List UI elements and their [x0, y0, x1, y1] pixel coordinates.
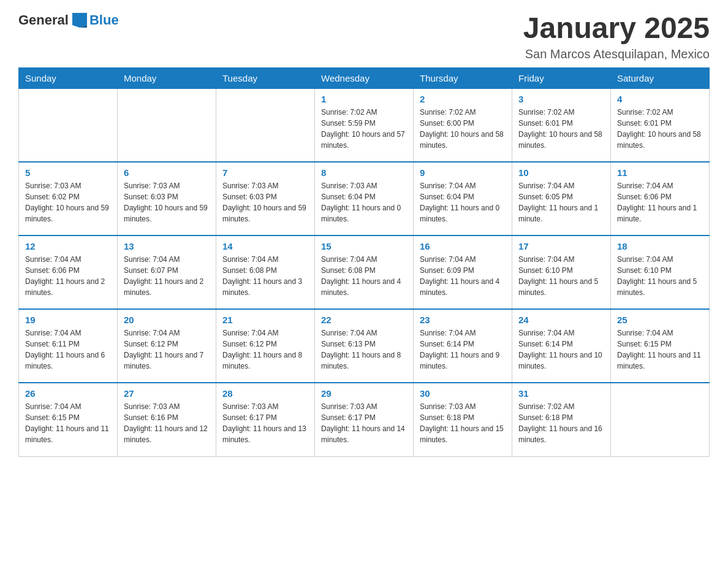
day-cell: 23Sunrise: 7:04 AMSunset: 6:14 PMDayligh… — [414, 309, 512, 383]
day-number: 12 — [25, 241, 111, 251]
day-cell: 16Sunrise: 7:04 AMSunset: 6:09 PMDayligh… — [414, 236, 512, 309]
title-section: January 2025 San Marcos Atesquilapan, Me… — [523, 12, 710, 61]
header-monday: Monday — [118, 67, 216, 88]
day-number: 3 — [518, 94, 604, 104]
day-info: Sunrise: 7:04 AMSunset: 6:11 PMDaylight:… — [25, 327, 111, 372]
day-number: 27 — [124, 388, 210, 399]
day-number: 30 — [420, 388, 506, 399]
day-cell: 19Sunrise: 7:04 AMSunset: 6:11 PMDayligh… — [19, 309, 118, 383]
day-cell — [216, 88, 315, 162]
logo: General Blue — [18, 12, 119, 28]
day-number: 6 — [124, 167, 210, 178]
day-info: Sunrise: 7:04 AMSunset: 6:15 PMDaylight:… — [25, 401, 111, 445]
day-number: 2 — [420, 94, 506, 104]
day-info: Sunrise: 7:04 AMSunset: 6:08 PMDaylight:… — [321, 254, 407, 298]
logo-general: General — [18, 12, 69, 28]
day-info: Sunrise: 7:04 AMSunset: 6:04 PMDaylight:… — [420, 180, 506, 224]
day-cell: 10Sunrise: 7:04 AMSunset: 6:05 PMDayligh… — [512, 162, 611, 236]
day-number: 15 — [321, 241, 407, 251]
day-info: Sunrise: 7:04 AMSunset: 6:15 PMDaylight:… — [617, 327, 703, 372]
day-info: Sunrise: 7:04 AMSunset: 6:10 PMDaylight:… — [617, 254, 703, 298]
day-info: Sunrise: 7:02 AMSunset: 6:01 PMDaylight:… — [518, 107, 604, 151]
day-cell: 4Sunrise: 7:02 AMSunset: 6:01 PMDaylight… — [611, 88, 710, 162]
day-info: Sunrise: 7:04 AMSunset: 6:09 PMDaylight:… — [420, 254, 506, 298]
day-cell: 13Sunrise: 7:04 AMSunset: 6:07 PMDayligh… — [118, 236, 216, 309]
day-cell: 6Sunrise: 7:03 AMSunset: 6:03 PMDaylight… — [118, 162, 216, 236]
day-number: 25 — [617, 315, 703, 325]
day-cell: 30Sunrise: 7:03 AMSunset: 6:18 PMDayligh… — [414, 383, 512, 456]
day-cell: 31Sunrise: 7:02 AMSunset: 6:18 PMDayligh… — [512, 383, 611, 456]
day-info: Sunrise: 7:04 AMSunset: 6:12 PMDaylight:… — [124, 327, 210, 372]
header-tuesday: Tuesday — [216, 67, 315, 88]
day-cell: 22Sunrise: 7:04 AMSunset: 6:13 PMDayligh… — [315, 309, 414, 383]
day-info: Sunrise: 7:04 AMSunset: 6:10 PMDaylight:… — [518, 254, 604, 298]
day-info: Sunrise: 7:04 AMSunset: 6:05 PMDaylight:… — [518, 180, 604, 224]
day-number: 19 — [25, 315, 111, 325]
day-cell: 24Sunrise: 7:04 AMSunset: 6:14 PMDayligh… — [512, 309, 611, 383]
day-cell — [19, 88, 118, 162]
day-info: Sunrise: 7:04 AMSunset: 6:06 PMDaylight:… — [617, 180, 703, 224]
header-sunday: Sunday — [19, 67, 118, 88]
day-number: 26 — [25, 388, 111, 399]
day-info: Sunrise: 7:03 AMSunset: 6:03 PMDaylight:… — [222, 180, 308, 224]
day-info: Sunrise: 7:02 AMSunset: 5:59 PMDaylight:… — [321, 107, 407, 151]
header-wednesday: Wednesday — [315, 67, 414, 88]
day-info: Sunrise: 7:04 AMSunset: 6:08 PMDaylight:… — [222, 254, 308, 298]
header-saturday: Saturday — [611, 67, 710, 88]
day-info: Sunrise: 7:03 AMSunset: 6:02 PMDaylight:… — [25, 180, 111, 224]
day-cell: 17Sunrise: 7:04 AMSunset: 6:10 PMDayligh… — [512, 236, 611, 309]
day-number: 28 — [222, 388, 308, 399]
day-info: Sunrise: 7:04 AMSunset: 6:06 PMDaylight:… — [25, 254, 111, 298]
page-header: General Blue January 2025 San Marcos Ate… — [18, 12, 710, 61]
day-info: Sunrise: 7:04 AMSunset: 6:07 PMDaylight:… — [124, 254, 210, 298]
day-number: 7 — [222, 167, 308, 178]
week-row-3: 12Sunrise: 7:04 AMSunset: 6:06 PMDayligh… — [19, 236, 710, 309]
day-cell: 8Sunrise: 7:03 AMSunset: 6:04 PMDaylight… — [315, 162, 414, 236]
day-number: 18 — [617, 241, 703, 251]
day-number: 20 — [124, 315, 210, 325]
calendar-table: SundayMondayTuesdayWednesdayThursdayFrid… — [18, 67, 710, 457]
month-title: January 2025 — [523, 12, 710, 45]
day-cell: 3Sunrise: 7:02 AMSunset: 6:01 PMDaylight… — [512, 88, 611, 162]
day-cell: 28Sunrise: 7:03 AMSunset: 6:17 PMDayligh… — [216, 383, 315, 456]
week-row-1: 1Sunrise: 7:02 AMSunset: 5:59 PMDaylight… — [19, 88, 710, 162]
day-info: Sunrise: 7:03 AMSunset: 6:17 PMDaylight:… — [321, 401, 407, 445]
day-info: Sunrise: 7:03 AMSunset: 6:18 PMDaylight:… — [420, 401, 506, 445]
day-number: 14 — [222, 241, 308, 251]
day-info: Sunrise: 7:03 AMSunset: 6:03 PMDaylight:… — [124, 180, 210, 224]
location-title: San Marcos Atesquilapan, Mexico — [523, 47, 710, 61]
day-number: 31 — [518, 388, 604, 399]
day-cell: 15Sunrise: 7:04 AMSunset: 6:08 PMDayligh… — [315, 236, 414, 309]
day-number: 23 — [420, 315, 506, 325]
week-row-5: 26Sunrise: 7:04 AMSunset: 6:15 PMDayligh… — [19, 383, 710, 456]
day-info: Sunrise: 7:02 AMSunset: 6:18 PMDaylight:… — [518, 401, 604, 445]
day-number: 13 — [124, 241, 210, 251]
week-row-2: 5Sunrise: 7:03 AMSunset: 6:02 PMDaylight… — [19, 162, 710, 236]
day-cell: 20Sunrise: 7:04 AMSunset: 6:12 PMDayligh… — [118, 309, 216, 383]
day-number: 4 — [617, 94, 703, 104]
day-info: Sunrise: 7:03 AMSunset: 6:16 PMDaylight:… — [124, 401, 210, 445]
day-number: 10 — [518, 167, 604, 178]
day-info: Sunrise: 7:04 AMSunset: 6:14 PMDaylight:… — [420, 327, 506, 372]
day-cell: 26Sunrise: 7:04 AMSunset: 6:15 PMDayligh… — [19, 383, 118, 456]
day-number: 22 — [321, 315, 407, 325]
day-number: 21 — [222, 315, 308, 325]
header-thursday: Thursday — [414, 67, 512, 88]
day-cell: 2Sunrise: 7:02 AMSunset: 6:00 PMDaylight… — [414, 88, 512, 162]
day-info: Sunrise: 7:04 AMSunset: 6:12 PMDaylight:… — [222, 327, 308, 372]
day-cell: 14Sunrise: 7:04 AMSunset: 6:08 PMDayligh… — [216, 236, 315, 309]
day-cell: 12Sunrise: 7:04 AMSunset: 6:06 PMDayligh… — [19, 236, 118, 309]
day-info: Sunrise: 7:04 AMSunset: 6:14 PMDaylight:… — [518, 327, 604, 372]
day-info: Sunrise: 7:03 AMSunset: 6:17 PMDaylight:… — [222, 401, 308, 445]
day-info: Sunrise: 7:03 AMSunset: 6:04 PMDaylight:… — [321, 180, 407, 224]
day-info: Sunrise: 7:02 AMSunset: 6:01 PMDaylight:… — [617, 107, 703, 151]
day-number: 9 — [420, 167, 506, 178]
day-number: 24 — [518, 315, 604, 325]
day-number: 29 — [321, 388, 407, 399]
header-row: SundayMondayTuesdayWednesdayThursdayFrid… — [19, 67, 710, 88]
svg-marker-0 — [72, 13, 87, 28]
day-number: 16 — [420, 241, 506, 251]
day-cell — [611, 383, 710, 456]
day-cell: 5Sunrise: 7:03 AMSunset: 6:02 PMDaylight… — [19, 162, 118, 236]
logo-icon — [72, 13, 87, 28]
